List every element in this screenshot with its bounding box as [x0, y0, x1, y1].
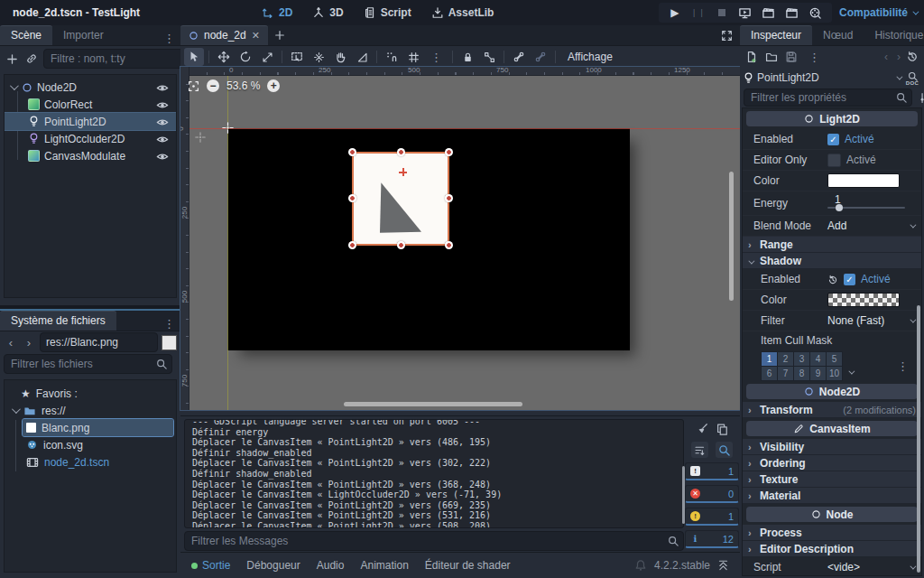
- pan-tool-button[interactable]: [330, 48, 350, 66]
- selection-handle[interactable]: [445, 194, 453, 202]
- tree-row-lightoccluder2d[interactable]: LightOccluder2D: [5, 130, 176, 147]
- edit-history-button[interactable]: [904, 49, 920, 65]
- tab-import[interactable]: Importer: [52, 26, 115, 45]
- clear-output-button[interactable]: [696, 422, 708, 435]
- log-scrollbar[interactable]: [682, 466, 685, 524]
- view-menu-button[interactable]: Affichage: [560, 51, 620, 63]
- load-resource-button[interactable]: [763, 49, 780, 65]
- category-light2d[interactable]: Light2D: [746, 111, 918, 126]
- bottom-tab-animation[interactable]: Animation: [360, 559, 408, 572]
- new-scene-tab-button[interactable]: [272, 27, 288, 43]
- pivot-tool-button[interactable]: [309, 48, 328, 66]
- selection-handle[interactable]: [445, 241, 453, 249]
- selection-handle[interactable]: [348, 241, 356, 249]
- cull-bit[interactable]: 4: [810, 352, 826, 366]
- cull-bit[interactable]: 5: [827, 352, 842, 366]
- category-node2d[interactable]: Node2D: [746, 384, 918, 399]
- add-node-button[interactable]: [4, 51, 20, 67]
- cull-bit[interactable]: 2: [778, 352, 793, 366]
- copy-output-button[interactable]: [716, 422, 728, 435]
- zoom-in-button[interactable]: +: [267, 79, 280, 92]
- workspace-3d-button[interactable]: 3D: [305, 4, 350, 22]
- collapse-duplicates-toggle[interactable]: [691, 442, 708, 458]
- tab-node[interactable]: Nœud: [812, 26, 864, 45]
- group-selected-button[interactable]: [479, 48, 499, 66]
- workspace-2d-button[interactable]: 2D: [254, 4, 300, 22]
- visibility-toggle[interactable]: [156, 116, 169, 128]
- inspector-properties[interactable]: Light2D Enabled ✓Activé Editor Only Acti…: [742, 107, 922, 576]
- nav-back-button[interactable]: ‹: [4, 335, 18, 350]
- root-folder-row[interactable]: res://: [5, 402, 176, 419]
- file-filter-input[interactable]: [9, 357, 152, 371]
- color-picker-swatch[interactable]: [827, 173, 900, 188]
- lock-selected-button[interactable]: [457, 48, 477, 66]
- shadow-filter-dropdown[interactable]: None (Fast): [827, 314, 914, 327]
- distraction-free-toggle[interactable]: [721, 29, 733, 42]
- cull-bit[interactable]: 6: [762, 367, 777, 380]
- rotate-tool-button[interactable]: [236, 48, 255, 66]
- tree-row-pointlight2d[interactable]: PointLight2D: [5, 113, 176, 130]
- message-filter-input[interactable]: [189, 534, 664, 548]
- pause-button[interactable]: ❘❘: [691, 5, 706, 20]
- movie-maker-toggle[interactable]: [785, 5, 799, 20]
- cull-bit[interactable]: 3: [794, 352, 809, 366]
- selection-handle[interactable]: [348, 148, 356, 156]
- edited-node-name[interactable]: PointLight2D: [757, 71, 892, 84]
- category-canvasitem[interactable]: CanvasItem: [746, 421, 918, 436]
- tree-row-canvasmodulate[interactable]: CanvasModulate: [5, 147, 176, 164]
- zoom-level[interactable]: 53.6 %: [226, 79, 260, 92]
- renderer-selector[interactable]: Compatibilité: [839, 6, 917, 19]
- shadow-color-swatch[interactable]: [827, 293, 900, 307]
- close-tab-icon[interactable]: ✕: [252, 30, 260, 42]
- scene-tab-node2d[interactable]: node_2d ✕: [180, 25, 268, 45]
- search-output-toggle[interactable]: [716, 442, 733, 458]
- tree-row-node2d[interactable]: Node2D: [5, 79, 176, 96]
- tab-inspector[interactable]: Inspecteur: [740, 25, 812, 45]
- group-ordering[interactable]: ›Ordering: [743, 455, 921, 471]
- blend-mode-dropdown[interactable]: Add: [827, 219, 914, 232]
- notification-bell-icon[interactable]: [634, 559, 647, 573]
- tab-scene[interactable]: Scène: [0, 25, 52, 45]
- horizontal-scrollbar[interactable]: [344, 402, 522, 406]
- tab-filesystem[interactable]: Système de fichiers: [0, 311, 116, 331]
- property-filter-input[interactable]: [749, 90, 892, 105]
- group-process[interactable]: ›Process: [743, 525, 921, 541]
- bone-ik-button[interactable]: [531, 48, 550, 66]
- visibility-toggle[interactable]: [156, 133, 169, 145]
- shadow-enabled-checkbox[interactable]: ✓: [844, 274, 855, 285]
- smart-snap-toggle[interactable]: [382, 48, 402, 66]
- script-dropdown[interactable]: <vide>: [827, 561, 914, 573]
- revert-icon[interactable]: [827, 273, 838, 285]
- cull-bit[interactable]: 10: [827, 367, 842, 380]
- history-back-button[interactable]: ‹: [884, 51, 888, 63]
- selection-handle[interactable]: [445, 148, 453, 156]
- center-view-icon[interactable]: [188, 79, 199, 92]
- group-texture[interactable]: ›Texture: [743, 471, 921, 488]
- resource-extra-menu[interactable]: ⋮: [803, 51, 826, 64]
- list-select-tool-button[interactable]: [287, 48, 307, 66]
- cull-bit[interactable]: 8: [794, 367, 809, 380]
- scene-panel-menu[interactable]: ⋮: [158, 32, 180, 45]
- bottom-tab-shader-editor[interactable]: Éditeur de shader: [425, 559, 511, 572]
- cull-mask-menu[interactable]: ⋮: [892, 359, 914, 373]
- error-messages-toggle[interactable]: ✕ 0: [685, 485, 739, 503]
- selection-handle[interactable]: [397, 241, 405, 249]
- output-log[interactable]: --- GDScript language server started on …: [184, 419, 684, 528]
- selection-handle[interactable]: [397, 148, 405, 156]
- scene-filter-input[interactable]: [49, 51, 192, 66]
- cull-bit[interactable]: 9: [810, 367, 826, 380]
- file-row-blanc-png[interactable]: Blanc.png: [23, 419, 173, 436]
- group-material[interactable]: ›Material: [743, 488, 921, 504]
- visibility-toggle[interactable]: [156, 81, 169, 94]
- current-path[interactable]: res://Blanc.png: [40, 332, 158, 352]
- select-tool-button[interactable]: [184, 48, 204, 66]
- bottom-tab-output[interactable]: Sortie: [191, 559, 230, 572]
- group-editor-description[interactable]: ›Editor Description: [743, 541, 921, 557]
- tab-history[interactable]: Historique: [864, 26, 924, 45]
- skeleton-options-button[interactable]: [509, 48, 529, 66]
- history-forward-button[interactable]: ›: [897, 51, 901, 63]
- zoom-out-button[interactable]: −: [207, 79, 219, 92]
- info-messages-toggle[interactable]: ℹ 12: [685, 530, 739, 548]
- filesystem-menu[interactable]: ⋮: [158, 317, 180, 331]
- move-tool-button[interactable]: [214, 48, 234, 66]
